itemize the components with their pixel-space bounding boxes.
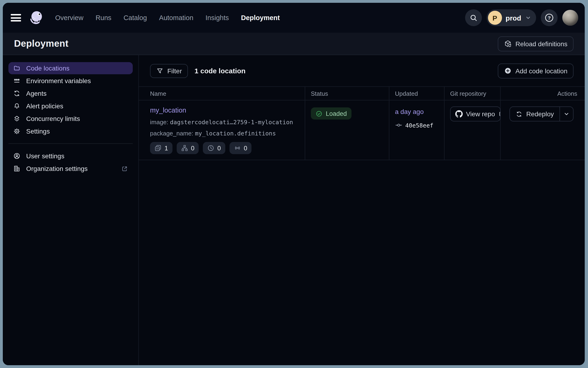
column-header-status: Status xyxy=(305,87,389,100)
status-badge: Loaded xyxy=(311,107,351,120)
agents-refresh-icon xyxy=(13,90,20,97)
user-circle-icon xyxy=(13,152,20,160)
sidebar-item-agents[interactable]: Agents xyxy=(9,87,133,100)
deployment-initial-badge: P xyxy=(488,11,502,25)
sidebar-item-label: Settings xyxy=(26,128,50,135)
schedules-count-badge[interactable]: 0 xyxy=(203,142,225,154)
deployment-name: prod xyxy=(505,14,521,22)
sidebar-item-environment-variables[interactable]: Environment variables xyxy=(9,75,133,87)
user-avatar[interactable] xyxy=(562,10,578,26)
sensors-count-badge[interactable]: 0 xyxy=(229,142,251,154)
sensors-count: 0 xyxy=(244,145,247,152)
screen: Overview Runs Catalog Automation Insight… xyxy=(0,0,588,368)
external-link-icon xyxy=(121,165,128,172)
hamburger-menu-icon[interactable] xyxy=(11,14,21,21)
updated-time-link[interactable]: a day ago xyxy=(395,108,424,115)
page-header: Deployment Reload definitions xyxy=(3,33,585,55)
chevron-down-icon xyxy=(525,14,531,21)
jobs-count: 1 xyxy=(164,145,168,152)
sidebar-item-user-settings[interactable]: User settings xyxy=(9,150,133,162)
reload-definitions-label: Reload definitions xyxy=(515,40,568,47)
sidebar-item-organization-settings[interactable]: Organization settings xyxy=(9,163,133,175)
filter-label: Filter xyxy=(167,67,182,74)
sidebar-item-settings[interactable]: Settings xyxy=(9,125,133,137)
table-header-row: Name Status Updated Git repository Actio… xyxy=(139,87,585,101)
schedule-clock-icon xyxy=(207,144,215,152)
image-value: dagstercodelocati…2759-1-mylocation xyxy=(170,119,293,126)
reload-definitions-button[interactable]: Reload definitions xyxy=(498,36,574,51)
deployment-switcher[interactable]: P prod xyxy=(486,9,536,26)
package-meta-line: package_name: my_location.definitions xyxy=(150,130,299,137)
code-location-link[interactable]: my_location xyxy=(150,106,186,114)
sidebar-item-concurrency-limits[interactable]: Concurrency limits xyxy=(9,112,133,125)
table-row: my_location image: dagstercodelocati…275… xyxy=(139,101,585,160)
name-cell: my_location image: dagstercodelocati…275… xyxy=(139,101,305,160)
sidebar-item-label: Organization settings xyxy=(26,165,88,172)
column-header-updated: Updated xyxy=(389,87,445,100)
filter-button[interactable]: Filter xyxy=(150,64,188,78)
git-commit-icon xyxy=(395,121,402,129)
sensor-icon xyxy=(233,144,241,152)
asset-graph-count: 0 xyxy=(191,145,194,152)
asset-graph-icon xyxy=(181,144,188,152)
help-button[interactable]: ? xyxy=(541,9,558,26)
main-panel: Filter 1 code location Add code location xyxy=(139,55,585,365)
nav-item-deployment[interactable]: Deployment xyxy=(241,14,280,21)
sidebar-item-label: Alert policies xyxy=(26,102,63,110)
jobs-icon xyxy=(154,144,162,152)
app-window: Overview Runs Catalog Automation Insight… xyxy=(3,3,585,365)
nav-item-runs[interactable]: Runs xyxy=(95,14,112,21)
sidebar-item-label: User settings xyxy=(26,152,64,160)
add-code-location-button[interactable]: Add code location xyxy=(498,63,574,78)
jobs-count-badge[interactable]: 1 xyxy=(150,142,172,154)
git-repository-cell: View repo xyxy=(445,101,501,160)
search-button[interactable] xyxy=(465,9,482,26)
building-icon xyxy=(13,165,20,172)
env-vars-icon xyxy=(13,77,20,84)
package-name-label: package_name: xyxy=(150,130,193,137)
view-repo-label: View repo xyxy=(466,110,495,118)
nav-item-overview[interactable]: Overview xyxy=(55,14,84,21)
nav-item-catalog[interactable]: Catalog xyxy=(124,14,147,21)
filter-funnel-icon xyxy=(156,67,164,74)
column-header-git-repository: Git repository xyxy=(445,87,501,100)
commit-line: 40e58eef xyxy=(395,121,438,129)
layers-diamond-icon xyxy=(13,115,20,122)
bell-icon xyxy=(13,102,20,110)
column-header-name: Name xyxy=(139,87,305,100)
image-label: image: xyxy=(150,119,168,126)
gear-icon xyxy=(13,128,20,135)
toolbar: Filter 1 code location Add code location xyxy=(139,55,585,86)
redeploy-button[interactable]: Redeploy xyxy=(510,107,560,121)
app-body: Code locations Environment variables xyxy=(3,55,585,365)
svg-text:?: ? xyxy=(548,15,551,20)
view-repo-button[interactable]: View repo xyxy=(450,106,501,121)
actions-cell: Redeploy xyxy=(501,101,585,160)
definition-count-badges: 1 0 xyxy=(150,142,299,154)
sidebar-item-code-locations[interactable]: Code locations xyxy=(9,62,133,74)
help-icon: ? xyxy=(544,13,554,23)
redeploy-split-button: Redeploy xyxy=(510,106,574,121)
sidebar-item-label: Concurrency limits xyxy=(26,115,80,122)
search-icon xyxy=(469,14,477,22)
top-nav: Overview Runs Catalog Automation Insight… xyxy=(3,3,585,33)
dagster-logo-icon[interactable] xyxy=(28,9,45,26)
redeploy-refresh-icon xyxy=(516,110,522,118)
chevron-down-icon xyxy=(563,111,570,117)
column-header-actions: Actions xyxy=(501,87,585,100)
redeploy-menu-button[interactable] xyxy=(560,107,573,121)
schedules-count: 0 xyxy=(217,145,221,152)
redeploy-label: Redeploy xyxy=(526,110,554,118)
sidebar-item-alert-policies[interactable]: Alert policies xyxy=(9,100,133,112)
check-circle-icon xyxy=(315,110,322,117)
plus-circle-icon xyxy=(504,67,512,75)
nav-item-insights[interactable]: Insights xyxy=(205,14,229,21)
add-code-location-label: Add code location xyxy=(515,67,568,74)
status-cell: Loaded xyxy=(305,101,389,160)
nav-item-automation[interactable]: Automation xyxy=(159,14,193,21)
sidebar-item-label: Code locations xyxy=(26,64,69,72)
asset-graph-count-badge[interactable]: 0 xyxy=(176,142,199,154)
code-locations-table: Name Status Updated Git repository Actio… xyxy=(139,86,585,160)
sidebar-divider xyxy=(9,143,133,144)
commit-hash: 40e58eef xyxy=(405,122,433,129)
